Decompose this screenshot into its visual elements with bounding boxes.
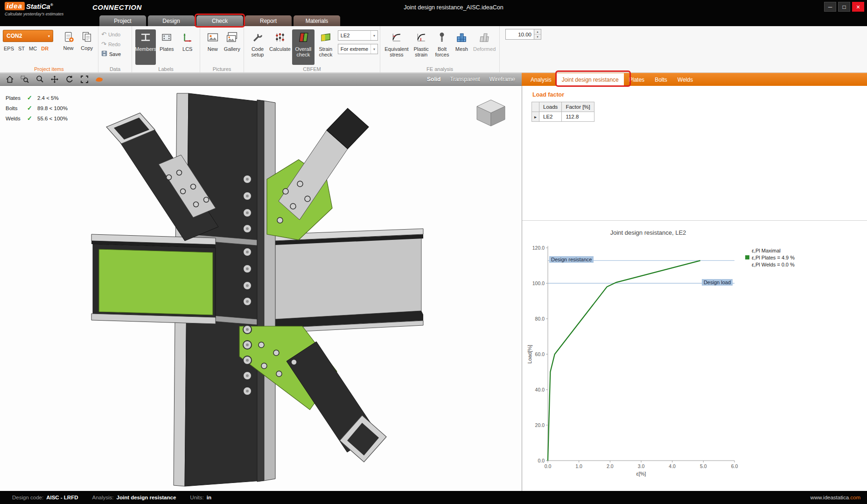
lcs-labels-toggle[interactable]: LCS (178, 29, 198, 65)
check-value: 55.6 < 100% (37, 116, 68, 121)
results-tab-welds[interactable]: Welds (672, 73, 698, 86)
mode-dr[interactable]: DR (41, 46, 49, 51)
check-value: 2.4 < 5% (37, 95, 68, 101)
minimize-button[interactable]: ─ (824, 2, 836, 12)
check-label: Plates (6, 95, 27, 101)
plastic-strain-button[interactable]: Plastic strain (411, 29, 432, 65)
svg-text:0.0: 0.0 (545, 463, 552, 469)
window-title: Joint design resistance_AISC.ideaCon (404, 4, 503, 11)
deformation-scale-spinner[interactable]: 10.00 ▲ ▼ (505, 29, 541, 72)
view-cube[interactable] (477, 100, 505, 126)
new-picture-button[interactable]: New (203, 29, 222, 65)
gallery-button[interactable]: Gallery (223, 29, 242, 65)
svg-text:20.0: 20.0 (535, 422, 545, 428)
paint-results-icon[interactable] (94, 74, 105, 84)
column-header-loads: Loads (539, 102, 562, 112)
group-label-cbfem: CBFEM (244, 66, 380, 72)
strain-curve-icon (415, 31, 427, 45)
design-code-label: Design code: (12, 495, 43, 500)
view-mode-solid[interactable]: Solid (427, 76, 440, 83)
mode-st[interactable]: ST (18, 46, 25, 51)
rotate-view-icon[interactable] (64, 74, 75, 84)
statusbar: Design code: AISC - LRFD Analysis: Joint… (0, 491, 867, 504)
calculate-button[interactable]: Calculate (269, 29, 291, 65)
legend-entry: ε,Pl Plates = 4.9 % (752, 255, 795, 260)
plates-icon (161, 31, 173, 45)
svg-text:1.0: 1.0 (575, 463, 582, 469)
results-tab-bolts[interactable]: Bolts (650, 73, 672, 86)
app-name: CONNECTION (92, 3, 142, 11)
check-pass-icon: ✓ (27, 105, 37, 112)
tab-report[interactable]: Report (245, 15, 292, 26)
tab-project[interactable]: Project (99, 15, 146, 26)
bolt-icon (436, 31, 448, 45)
left-beam (91, 234, 216, 324)
svg-text:6.0: 6.0 (731, 463, 738, 469)
extreme-filter-select[interactable]: For extreme ▼ (338, 44, 378, 54)
plates-labels-toggle[interactable]: Plates (157, 29, 177, 65)
deformed-button[interactable]: Deformed (472, 29, 497, 65)
overall-check-toggle[interactable]: Overall check (292, 29, 315, 65)
3d-viewport[interactable]: Plates ✓ 2.4 < 5% Bolts ✓ 89.8 < 100% We… (0, 86, 522, 491)
connection-selector[interactable]: CON2 ▼ (3, 30, 53, 42)
tab-materials[interactable]: Materials (294, 15, 340, 26)
maximize-button[interactable]: □ (838, 2, 850, 12)
column-header-factor: Factor [%] (562, 102, 594, 112)
home-view-icon[interactable] (5, 74, 15, 84)
pan-icon[interactable] (49, 74, 60, 84)
close-button[interactable]: × (852, 2, 864, 12)
load-factor-table: Loads Factor [%] ▸ LE2 112.8 (531, 102, 594, 122)
redo-icon: ↷ (101, 41, 106, 47)
zoom-window-icon[interactable] (20, 74, 30, 84)
mesh-button[interactable]: Mesh (452, 29, 471, 65)
legend-marker (745, 255, 749, 259)
bolt-forces-button[interactable]: Bolt forces (433, 29, 452, 65)
gallery-icon (226, 31, 238, 45)
group-label-fe-analysis: FE analysis (380, 66, 499, 72)
table-row[interactable]: ▸ LE2 112.8 (532, 112, 594, 122)
members-labels-toggle[interactable]: Members (135, 29, 156, 65)
group-label-project-items: Project items (0, 66, 98, 72)
lcs-axes-icon (182, 31, 194, 45)
zoom-icon[interactable] (35, 74, 45, 84)
idea-logo: idea (5, 2, 25, 10)
mode-eps[interactable]: EPS (4, 46, 14, 51)
check-label: Bolts (6, 105, 27, 111)
website-link[interactable]: www.ideastatica.com (811, 495, 860, 500)
scale-value[interactable]: 10.00 (505, 29, 534, 40)
redo-button[interactable]: ↷ Redo (101, 40, 121, 49)
chevron-down-icon: ▼ (45, 35, 53, 38)
strain-check-button[interactable]: Strain check (315, 29, 336, 65)
svg-text:120.0: 120.0 (532, 245, 545, 251)
tab-design[interactable]: Design (148, 15, 195, 26)
code-setup-button[interactable]: Code setup (247, 29, 268, 65)
view-mode-wireframe[interactable]: Wireframe (489, 76, 515, 83)
svg-text:5.0: 5.0 (700, 463, 707, 469)
save-button[interactable]: Save (101, 49, 121, 58)
undo-button[interactable]: ↶ Undo (101, 30, 121, 39)
strain-check-icon (320, 31, 332, 45)
new-project-item-button[interactable]: New (60, 29, 77, 65)
column-near-flange (257, 100, 275, 482)
top-right-brace (267, 108, 369, 240)
brand-logo: idea StatiCa® Calculate yesterday's esti… (5, 2, 63, 16)
equivalent-stress-button[interactable]: Equivalent stress (384, 29, 410, 65)
mesh-icon (455, 31, 468, 45)
spinner-up-icon[interactable]: ▲ (534, 29, 541, 35)
view-mode-transparent[interactable]: Transparent (450, 76, 480, 83)
results-tab-analysis[interactable]: Analysis (525, 73, 557, 86)
group-cbfem: Code setup Calculate Overall check Strai… (244, 26, 380, 72)
spinner-down-icon[interactable]: ▼ (534, 35, 541, 39)
results-tab-plates[interactable]: Plates (624, 73, 650, 86)
results-tab-joint-design-resistance[interactable]: Joint design resistance (557, 73, 624, 86)
analysis-label: Analysis: (92, 495, 113, 500)
wrench-icon (252, 31, 264, 45)
units-value: in (207, 495, 211, 500)
mode-mc[interactable]: MC (29, 46, 37, 51)
load-effect-select[interactable]: LE2 ▼ (338, 30, 378, 41)
group-project-items: CON2 ▼ EPS ST MC DR New (0, 26, 98, 72)
3d-model[interactable] (0, 86, 522, 491)
copy-project-item-button[interactable]: Copy (78, 29, 96, 65)
zoom-extents-icon[interactable] (79, 74, 90, 84)
tab-check[interactable]: Check (196, 15, 243, 26)
